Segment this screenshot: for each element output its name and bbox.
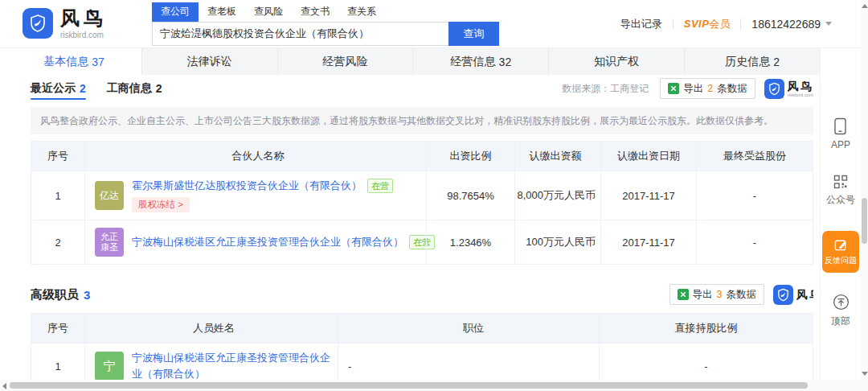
tab-intellectual-property[interactable]: 知识产权: [549, 48, 685, 75]
export-count: 2: [707, 83, 713, 94]
right-utility-rail: APP 公众号 反馈问题 顶部: [820, 48, 861, 380]
amount-value: 100万元人民币: [514, 220, 600, 264]
feedback-button[interactable]: 反馈问题: [822, 231, 859, 273]
export-record-link[interactable]: 导出记录: [620, 17, 662, 31]
shield-bird-icon: [773, 285, 793, 305]
tab-label: 经营信息: [451, 55, 496, 69]
tab-history-info[interactable]: 历史信息2: [685, 48, 820, 75]
app-label: APP: [831, 139, 850, 150]
scroll-up-arrow-icon[interactable]: [862, 4, 868, 8]
status-badge: 在营: [367, 179, 393, 193]
watermark-name: 风鸟: [788, 80, 813, 92]
amount-value: 8,000万元人民币: [514, 171, 600, 220]
divider: [673, 19, 674, 29]
nav-tab-company[interactable]: 查公司: [152, 2, 199, 22]
search-bar: 查询: [152, 22, 499, 46]
search-category-tabs: 查公司 查老板 查风险 查文书 查关系: [152, 2, 499, 22]
subtab-count: 2: [156, 82, 162, 95]
search-area: 查公司 查老板 查风险 查文书 查关系 查询: [152, 2, 499, 46]
riskbird-page: 风鸟 riskbird.com 查公司 查老板 查风险 查文书 查关系 查询: [0, 0, 868, 391]
svip-logo: SVIP: [684, 18, 710, 30]
avatar: 亿达: [95, 181, 124, 210]
subtab-label: 工商信息: [107, 81, 152, 96]
col-partner-name: 合伙人名称: [84, 142, 426, 171]
qr-code-icon: [833, 175, 848, 189]
position-value: -: [338, 344, 599, 380]
col-date: 认缴出资日期: [600, 142, 696, 171]
partner-company-link[interactable]: 宁波梅山保税港区允正康圣投资管理合伙企业（有限合伙）: [132, 235, 403, 249]
brand-domain: riskbird.com: [60, 31, 107, 39]
tab-operation-info[interactable]: 经营信息32: [413, 48, 549, 75]
nav-tab-document[interactable]: 查文书: [292, 2, 338, 22]
feedback-label: 反馈问题: [825, 255, 857, 266]
partners-toolbar: 最近公示2 工商信息2 数据来源：工商登记 导出2条数据 风鸟: [6, 75, 820, 102]
export-executives-button[interactable]: 导出3条数据: [669, 284, 764, 305]
export-partners-button[interactable]: 导出2条数据: [660, 78, 755, 99]
tab-label: 历史信息: [725, 55, 770, 69]
col-ratio: 出资比例: [426, 142, 514, 171]
chevron-down-icon: [825, 22, 832, 26]
account-menu[interactable]: 18612422689: [751, 18, 832, 31]
search-input[interactable]: [152, 22, 448, 46]
nav-tab-risk[interactable]: 查风险: [245, 2, 292, 22]
horizontal-scrollbar[interactable]: [0, 380, 861, 391]
app-download-button[interactable]: APP: [831, 117, 850, 150]
riskbird-watermark-clipped: 风鸟: [773, 285, 813, 305]
svip-suffix: 会员: [709, 18, 730, 30]
row-index: 2: [31, 220, 84, 264]
tab-label: 知识产权: [594, 55, 639, 69]
watermark-domain: riskbird.com: [788, 93, 813, 97]
left-gutter: [0, 48, 6, 380]
partner-row-2: 2 允正康圣 宁波梅山保税港区允正康圣投资管理合伙企业（有限合伙） 在营: [31, 220, 813, 264]
section-title: 高级职员: [31, 287, 79, 303]
executive-company-link[interactable]: 宁波梅山保税港区允正康圣投资管理合伙企业（有限合伙）: [132, 350, 333, 380]
tab-label: 经营风险: [323, 55, 368, 69]
tab-basic-info[interactable]: 基本信息37: [6, 48, 142, 75]
equity-freeze-tag[interactable]: 股权冻结 >: [132, 197, 190, 212]
brand-name: 风鸟: [60, 8, 107, 29]
row-index: 1: [31, 171, 84, 220]
vertical-scrollbar[interactable]: [861, 0, 868, 380]
tab-legal-litigation[interactable]: 法律诉讼: [142, 48, 278, 75]
nav-tab-relation[interactable]: 查关系: [338, 2, 385, 22]
brand-logo[interactable]: 风鸟 riskbird.com: [23, 8, 107, 39]
partner-company-link[interactable]: 霍尔果斯盛世亿达股权投资合伙企业（有限合伙）: [132, 179, 362, 193]
main-content: 基本信息37 法律诉讼 经营风险 经营信息32 知识产权 历史信息2 最近公示2…: [6, 48, 820, 380]
col-person-name: 人员姓名: [84, 314, 338, 343]
export-label: 导出: [683, 82, 703, 96]
phone-number: 18612422689: [751, 18, 821, 31]
tab-count: 32: [499, 56, 512, 68]
subtab-recent-publicity[interactable]: 最近公示2: [31, 75, 86, 102]
direct-share-value: -: [599, 344, 813, 380]
app-window: 风鸟 riskbird.com 查公司 查老板 查风险 查文书 查关系 查询: [0, 0, 861, 380]
vertical-scroll-thumb[interactable]: [862, 198, 867, 244]
row-index: 1: [31, 344, 84, 380]
horizontal-scroll-thumb[interactable]: [10, 382, 808, 389]
tab-count: 37: [92, 56, 104, 68]
back-to-top-button[interactable]: 顶部: [831, 294, 850, 328]
nav-tab-boss[interactable]: 查老板: [199, 2, 245, 22]
top-arrow-icon: [833, 294, 850, 311]
subtab-business-registration[interactable]: 工商信息2: [107, 75, 162, 102]
scroll-down-arrow-icon[interactable]: [862, 372, 868, 376]
subtab-label: 最近公示: [31, 81, 76, 96]
watermark-text: 风鸟 riskbird.com: [788, 80, 813, 97]
wechat-official-button[interactable]: 公众号: [826, 175, 855, 207]
divider: [740, 19, 741, 29]
tab-label: 法律诉讼: [187, 55, 232, 69]
executives-table: 序号 人员姓名 职位 直接持股比例 1 宁 宁波梅山保税港区允正康圣投资管理合伙…: [31, 313, 813, 380]
partners-table: 序号 合伙人名称 出资比例 认缴出资额 认缴出资日期 最终受益股份 1 亿达: [31, 141, 813, 265]
top-label: 顶部: [831, 315, 850, 328]
tab-operation-risk[interactable]: 经营风险: [278, 48, 414, 75]
final-share-value: -: [696, 171, 813, 220]
executive-row-1: 1 宁 宁波梅山保税港区允正康圣投资管理合伙企业（有限合伙） - -: [31, 343, 813, 380]
data-source-label: 数据来源：工商登记: [562, 82, 649, 96]
partners-table-header: 序号 合伙人名称 出资比例 认缴出资额 认缴出资日期 最终受益股份: [31, 142, 813, 171]
executives-table-header: 序号 人员姓名 职位 直接持股比例: [31, 314, 813, 343]
search-button[interactable]: 查询: [448, 22, 499, 46]
scroll-left-arrow-icon[interactable]: [2, 383, 6, 389]
avatar-text: 允正康圣: [100, 232, 119, 253]
avatar: 宁: [95, 352, 124, 380]
svip-member-link[interactable]: SVIP会员: [684, 17, 731, 31]
date-value: 2017-11-17: [600, 220, 696, 264]
